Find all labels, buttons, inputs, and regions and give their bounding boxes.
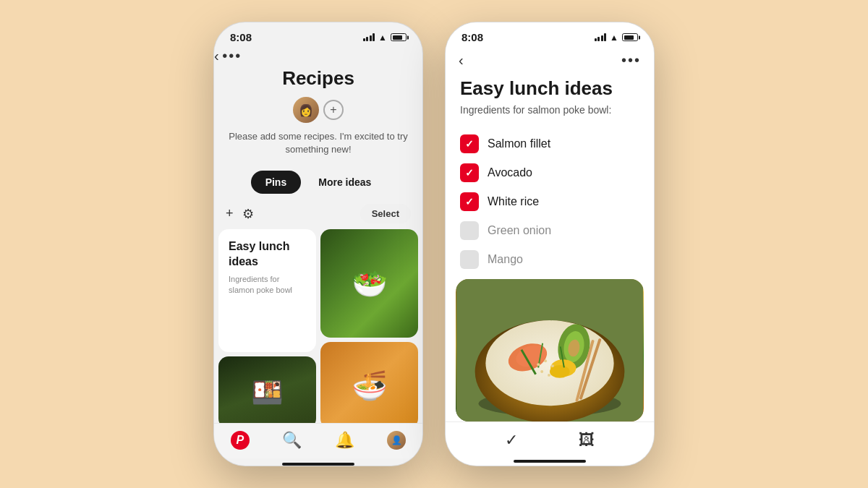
pinterest-logo-icon: P [231, 431, 250, 450]
poke-bowl-svg [456, 279, 644, 421]
battery-icon-1 [391, 33, 407, 41]
phone-1-inner: 8:08 ▲ ‹ ••• [214, 22, 422, 466]
toolbar-left: + ⚙ [226, 206, 254, 222]
ingredient-name-mango: Mango [488, 253, 523, 266]
detail-title: Easy lunch ideas [460, 77, 639, 100]
svg-point-16 [551, 364, 554, 367]
ingredient-item-rice[interactable]: ✓ White rice [460, 192, 639, 211]
list-item[interactable] [320, 229, 418, 338]
status-time-1: 8:08 [230, 31, 252, 43]
tabs-row: Pins More ideas [214, 171, 422, 194]
wifi-icon-1: ▲ [378, 33, 387, 43]
phone-2-inner: 8:08 ▲ ‹ ••• [446, 22, 654, 466]
battery-icon-2 [622, 33, 638, 41]
checkmark-icon: ✓ [465, 167, 474, 179]
signal-icon-2 [595, 33, 607, 41]
pin-grid: Easy lunch ideas Ingredients for slamon … [214, 229, 422, 423]
poke-bowl-image [456, 279, 644, 421]
ingredient-name-salmon: Salmon fillet [488, 137, 550, 150]
avatar-image: 👩 [293, 97, 319, 123]
select-button[interactable]: Select [360, 204, 411, 223]
add-collaborator-button[interactable]: + [323, 100, 344, 120]
list-item[interactable]: Easy lunch ideas Ingredients for slamon … [218, 229, 316, 352]
ingredient-item-salmon[interactable]: ✓ Salmon fillet [460, 134, 639, 153]
signal-icon-1 [363, 33, 375, 41]
tab-more-ideas[interactable]: More ideas [304, 171, 386, 194]
nav-profile[interactable]: 👤 [387, 431, 406, 450]
profile-avatar-icon: 👤 [387, 431, 406, 450]
board-description: Please add some recipes. I'm excited to … [229, 130, 408, 156]
nav-bar-2: ‹ ••• [446, 48, 654, 73]
image-icon: 🖼 [579, 431, 595, 450]
checkbox-onion[interactable] [460, 221, 479, 240]
nav-notifications[interactable]: 🔔 [335, 431, 354, 450]
ingredient-item-mango[interactable]: Mango [460, 250, 639, 269]
done-button[interactable]: ✓ [505, 431, 518, 450]
more-button-1[interactable]: ••• [222, 48, 242, 64]
pin-title: Easy lunch ideas [229, 239, 306, 270]
board-header: Recipes 👩 + Please add some recipes. I'm… [214, 64, 422, 165]
gallery-button[interactable]: 🖼 [579, 431, 595, 450]
phone-1: 8:08 ▲ ‹ ••• [213, 22, 423, 466]
checkmark-circle-icon: ✓ [505, 431, 518, 450]
svg-point-18 [548, 374, 550, 377]
checkbox-rice[interactable]: ✓ [460, 192, 479, 211]
filter-button[interactable]: ⚙ [242, 206, 254, 222]
checkmark-icon: ✓ [465, 196, 474, 207]
detail-subtitle: Ingredients for salmon poke bowl: [460, 104, 639, 116]
tab-pins[interactable]: Pins [251, 171, 302, 194]
bottom-nav: P 🔍 🔔 👤 [214, 423, 422, 458]
bell-icon: 🔔 [335, 431, 354, 450]
checkmark-icon: ✓ [465, 138, 474, 150]
ingredient-name-rice: White rice [488, 195, 539, 208]
svg-point-17 [540, 370, 543, 373]
ingredient-list: ✓ Salmon fillet ✓ Avocado ✓ White rice [446, 134, 654, 269]
status-icons-2: ▲ [595, 33, 638, 43]
svg-point-15 [544, 359, 547, 362]
status-bar-1: 8:08 ▲ [214, 22, 422, 48]
pin-col-right [320, 229, 418, 423]
checkbox-avocado[interactable]: ✓ [460, 163, 479, 182]
search-icon: 🔍 [282, 431, 302, 450]
phone-2: 8:08 ▲ ‹ ••• [445, 22, 655, 466]
checkbox-mango[interactable] [460, 250, 479, 269]
status-bar-2: 8:08 ▲ [446, 22, 654, 48]
nav-search[interactable]: 🔍 [282, 431, 302, 450]
more-button-2[interactable]: ••• [621, 52, 641, 69]
ingredient-name-onion: Green onion [488, 224, 551, 237]
pin-col-left: Easy lunch ideas Ingredients for slamon … [218, 229, 316, 423]
checkbox-salmon[interactable]: ✓ [460, 134, 479, 153]
status-time-2: 8:08 [461, 31, 483, 43]
nav-bar-1: ‹ ••• [214, 48, 422, 64]
home-indicator-2 [514, 460, 586, 463]
bottom-toolbar-2: ✓ 🖼 [446, 421, 654, 455]
board-title: Recipes [229, 67, 408, 90]
wifi-icon-2: ▲ [610, 33, 618, 43]
nav-home[interactable]: P [231, 431, 250, 450]
list-item[interactable] [218, 356, 316, 423]
back-button-2[interactable]: ‹ [459, 52, 464, 69]
board-avatar-row: 👩 + [229, 97, 408, 123]
detail-header: Easy lunch ideas Ingredients for salmon … [446, 73, 654, 134]
toolbar-row: + ⚙ Select [214, 201, 422, 229]
ingredient-item-avocado[interactable]: ✓ Avocado [460, 163, 639, 182]
add-pin-button[interactable]: + [226, 206, 234, 221]
pin-description: Ingredients for slamon poke bowl [229, 274, 306, 296]
svg-point-14 [537, 363, 540, 366]
home-indicator-1 [282, 463, 354, 466]
list-item[interactable] [320, 342, 418, 423]
avatar[interactable]: 👩 [293, 97, 319, 123]
ingredient-item-onion[interactable]: Green onion [460, 221, 639, 240]
svg-point-3 [485, 320, 613, 406]
phones-container: 8:08 ▲ ‹ ••• [213, 22, 655, 466]
status-icons-1: ▲ [363, 33, 407, 43]
back-button-1[interactable]: ‹ [214, 48, 219, 64]
ingredient-name-avocado: Avocado [488, 166, 532, 179]
